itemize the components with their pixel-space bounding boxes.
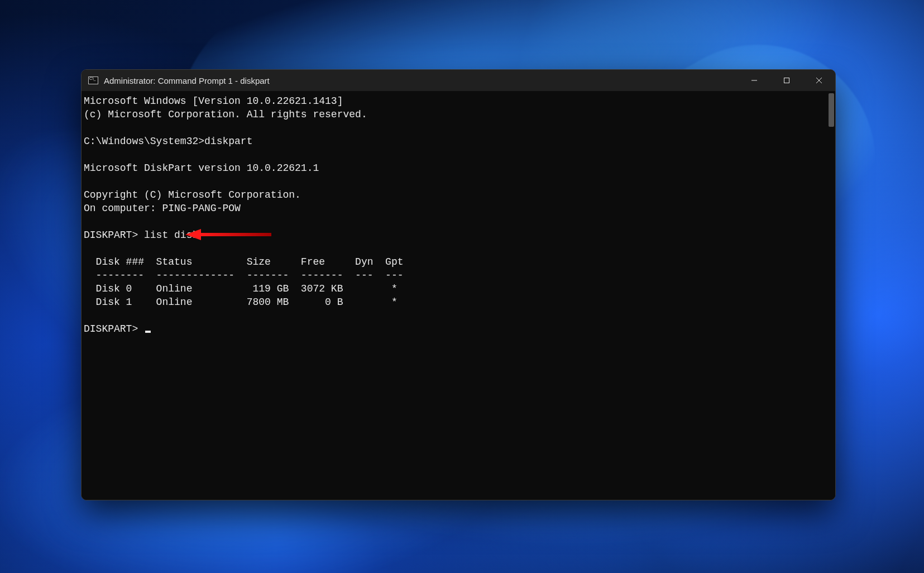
text-cursor: [145, 331, 151, 333]
terminal-line: Microsoft Windows [Version 10.0.22621.14…: [84, 96, 343, 107]
minimize-button[interactable]: [738, 70, 770, 91]
svg-rect-0: [784, 78, 789, 83]
terminal-line: Microsoft DiskPart version 10.0.22621.1: [84, 163, 319, 174]
terminal-line: Copyright (C) Microsoft Corporation.: [84, 189, 301, 200]
diskpart-list-disk-command: DISKPART> list disk: [84, 230, 198, 241]
cmd-icon: [88, 77, 98, 84]
terminal-line: On computer: PING-PANG-POW: [84, 203, 241, 214]
scrollbar-thumb[interactable]: [829, 93, 834, 127]
window-controls: [738, 70, 835, 91]
disk-table-header: Disk ### Status Size Free Dyn Gpt: [84, 256, 404, 268]
diskpart-prompt: DISKPART>: [84, 323, 144, 335]
annotation-arrow-icon: [185, 227, 275, 242]
command-prompt-window: Administrator: Command Prompt 1 - diskpa…: [81, 69, 836, 500]
minimize-icon: [751, 77, 758, 84]
disk-table-row: Disk 0 Online 119 GB 3072 KB *: [84, 283, 398, 294]
titlebar[interactable]: Administrator: Command Prompt 1 - diskpa…: [82, 70, 835, 91]
terminal-line: C:\Windows\System32>diskpart: [84, 136, 252, 147]
close-button[interactable]: [803, 70, 835, 91]
maximize-icon: [783, 77, 790, 84]
maximize-button[interactable]: [770, 70, 803, 91]
disk-table-divider: -------- ------------- ------- ------- -…: [84, 270, 404, 281]
svg-rect-1: [199, 233, 271, 236]
disk-table-row: Disk 1 Online 7800 MB 0 B *: [84, 297, 398, 308]
window-title: Administrator: Command Prompt 1 - diskpa…: [104, 76, 270, 85]
terminal-line: (c) Microsoft Corporation. All rights re…: [84, 109, 367, 120]
terminal-output[interactable]: Microsoft Windows [Version 10.0.22621.14…: [82, 91, 835, 500]
close-icon: [816, 77, 822, 84]
